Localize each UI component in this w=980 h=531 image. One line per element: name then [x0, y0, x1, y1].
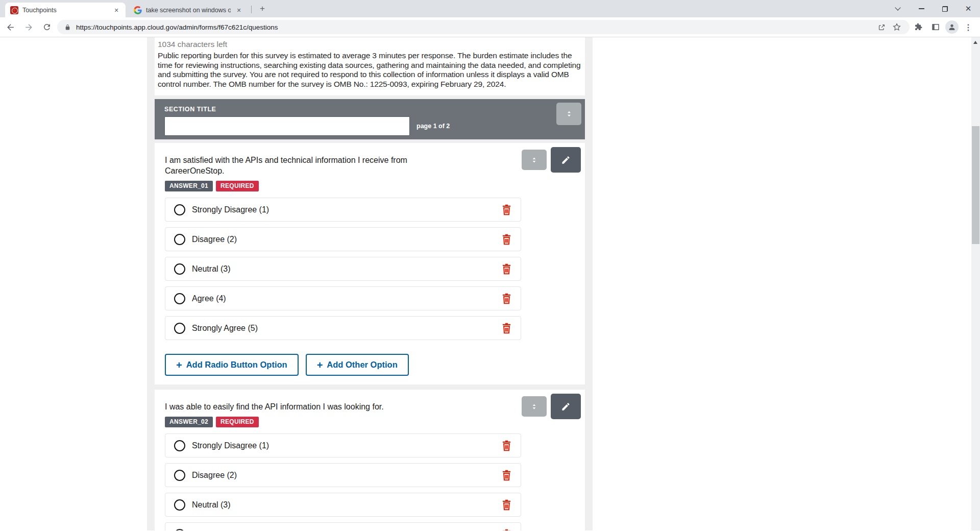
- delete-option-button[interactable]: [501, 323, 512, 334]
- section-title-input[interactable]: [164, 116, 410, 136]
- section-title-block: SECTION TITLE page 1 of 2: [155, 99, 585, 139]
- tab-take-screenshot[interactable]: take screenshot on windows on c ✕: [129, 3, 248, 17]
- extensions-button[interactable]: [911, 19, 926, 35]
- option-label: Disagree (2): [192, 235, 237, 244]
- tab-search-button[interactable]: [886, 0, 910, 17]
- delete-option-button[interactable]: [501, 204, 512, 215]
- close-window-button[interactable]: ✕: [957, 0, 980, 17]
- close-icon: ✕: [965, 4, 972, 13]
- reload-button[interactable]: [39, 19, 55, 35]
- radio-button-icon[interactable]: [174, 470, 185, 481]
- delete-option-button[interactable]: [501, 234, 512, 245]
- radio-button-icon[interactable]: [174, 263, 185, 275]
- option-label: Agree (4): [192, 294, 226, 303]
- trash-icon: [501, 234, 512, 245]
- url-text[interactable]: https://touchpoints.app.cloud.gov/admin/…: [76, 23, 874, 31]
- page-indicator: page 1 of 2: [416, 123, 450, 130]
- question-text: I was able to easily find the API inform…: [165, 401, 451, 412]
- reload-icon: [42, 22, 52, 32]
- tab-touchpoints[interactable]: Touchpoints ✕: [5, 3, 126, 17]
- minimize-button[interactable]: [910, 0, 933, 17]
- pencil-icon: [561, 402, 571, 412]
- add-other-option-button[interactable]: + Add Other Option: [306, 354, 409, 376]
- radio-button-icon[interactable]: [174, 499, 185, 511]
- trash-icon: [501, 323, 512, 334]
- edit-question-button[interactable]: [551, 394, 581, 419]
- star-icon: [892, 22, 901, 32]
- restore-button[interactable]: [933, 0, 957, 17]
- share-button[interactable]: [874, 20, 889, 34]
- option-label: Agree (4): [192, 530, 226, 531]
- share-icon: [877, 23, 886, 32]
- tab-close-icon[interactable]: ✕: [112, 6, 120, 14]
- page-scrollbar[interactable]: [971, 37, 980, 530]
- google-favicon-icon: [134, 6, 142, 14]
- delete-option-button[interactable]: [501, 263, 512, 275]
- burden-statement-text: Public reporting burden for this survey …: [158, 51, 582, 89]
- forward-button[interactable]: [20, 19, 37, 35]
- browser-toolbar: https://touchpoints.app.cloud.gov/admin/…: [0, 17, 980, 37]
- trash-icon: [501, 293, 512, 304]
- scrollbar-thumb[interactable]: [972, 126, 979, 244]
- trash-icon: [501, 204, 512, 215]
- delete-option-button[interactable]: [501, 529, 512, 531]
- option-row: Agree (4): [165, 286, 521, 310]
- up-down-arrows-icon: [530, 402, 538, 411]
- new-tab-button[interactable]: +: [256, 3, 268, 15]
- tab-close-icon[interactable]: ✕: [235, 6, 243, 14]
- delete-option-button[interactable]: [501, 293, 512, 304]
- option-row: Disagree (2): [165, 463, 521, 487]
- question-card-1: I am satisfied with the APIs and technic…: [155, 143, 585, 384]
- character-counter: 1034 characters left: [158, 40, 582, 49]
- add-other-option-label: Add Other Option: [327, 360, 397, 370]
- move-question-button[interactable]: [522, 150, 547, 170]
- add-radio-option-label: Add Radio Button Option: [186, 360, 287, 370]
- person-icon: [948, 23, 956, 31]
- delete-option-button[interactable]: [501, 470, 512, 481]
- back-button[interactable]: [2, 19, 18, 35]
- option-label: Strongly Disagree (1): [192, 441, 269, 450]
- radio-button-icon[interactable]: [174, 323, 185, 334]
- option-label: Strongly Agree (5): [192, 324, 258, 333]
- add-radio-option-button[interactable]: + Add Radio Button Option: [165, 354, 299, 376]
- trash-icon: [501, 470, 512, 481]
- tab-title: Touchpoints: [22, 7, 108, 14]
- browser-tab-strip: Touchpoints ✕ take screenshot on windows…: [0, 0, 980, 17]
- up-down-arrows-icon: [565, 109, 573, 118]
- address-bar[interactable]: https://touchpoints.app.cloud.gov/admin/…: [57, 20, 910, 34]
- option-row: Strongly Disagree (1): [165, 433, 521, 457]
- back-arrow-icon: [6, 22, 15, 32]
- question-text: I am satisfied with the APIs and technic…: [165, 155, 451, 176]
- page-viewport: 1034 characters left Public reporting bu…: [0, 37, 980, 530]
- move-question-button[interactable]: [522, 396, 547, 417]
- up-down-arrows-icon: [530, 156, 538, 164]
- option-label: Disagree (2): [192, 471, 237, 480]
- browser-menu-button[interactable]: ⋮: [961, 19, 976, 35]
- section-title-label: SECTION TITLE: [164, 106, 575, 113]
- puzzle-icon: [914, 22, 923, 32]
- restore-icon: [942, 6, 948, 12]
- tab-divider: [251, 6, 252, 13]
- radio-button-icon[interactable]: [174, 440, 185, 451]
- delete-option-button[interactable]: [501, 499, 512, 511]
- radio-button-icon[interactable]: [174, 234, 185, 245]
- delete-option-button[interactable]: [501, 440, 512, 451]
- option-row: Strongly Agree (5): [165, 316, 521, 340]
- forward-arrow-icon: [24, 22, 34, 32]
- scrollbar-up-arrow-icon[interactable]: [973, 41, 977, 44]
- profile-avatar[interactable]: [945, 20, 959, 34]
- options-list: Strongly Disagree (1) Disagree (2) Neutr…: [165, 198, 575, 340]
- plus-icon: +: [317, 361, 323, 369]
- side-panel-button[interactable]: [928, 19, 943, 35]
- radio-button-icon[interactable]: [174, 529, 185, 531]
- radio-button-icon[interactable]: [174, 204, 185, 215]
- move-section-button[interactable]: [556, 103, 581, 125]
- chevron-down-icon: [895, 5, 900, 10]
- question-card-2: I was able to easily find the API inform…: [155, 390, 585, 530]
- edit-question-button[interactable]: [551, 147, 581, 173]
- bookmark-button[interactable]: [889, 20, 904, 34]
- radio-button-icon[interactable]: [174, 293, 185, 304]
- required-badge: REQUIRED: [216, 417, 259, 427]
- options-list: Strongly Disagree (1) Disagree (2) Neutr…: [165, 433, 575, 530]
- tab-title: take screenshot on windows on c: [146, 7, 231, 14]
